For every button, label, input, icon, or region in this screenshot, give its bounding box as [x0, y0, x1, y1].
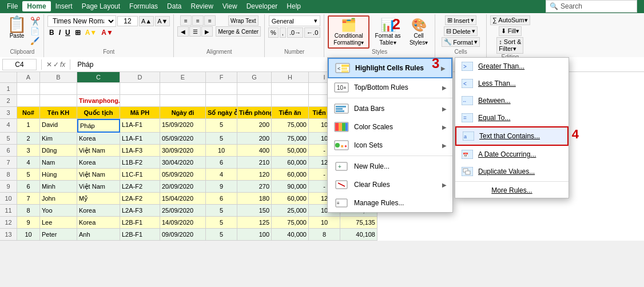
- cell-g5[interactable]: 200: [237, 133, 272, 145]
- cell-h2[interactable]: [272, 95, 309, 107]
- cell-d1[interactable]: [120, 83, 160, 95]
- cell-h11[interactable]: 25,000: [272, 205, 309, 217]
- cell-h4[interactable]: 75,000: [272, 119, 309, 133]
- increase-decimal-button[interactable]: .0→: [287, 27, 303, 38]
- cell-f7[interactable]: 6: [206, 157, 237, 169]
- equal-to-item[interactable]: = Equal To...: [455, 109, 569, 126]
- cell-h5[interactable]: 75,000: [272, 133, 309, 145]
- copy-button[interactable]: 📄: [30, 27, 40, 35]
- view-menu[interactable]: View: [218, 1, 242, 11]
- cell-e5[interactable]: 05/09/2020: [160, 133, 206, 145]
- cell-f5[interactable]: 5: [206, 133, 237, 145]
- cell-a11[interactable]: 8: [17, 205, 40, 217]
- cell-g3[interactable]: Tiền phòng: [237, 107, 272, 119]
- decrease-decimal-button[interactable]: ←.0: [304, 27, 320, 38]
- format-painter-button[interactable]: 🖌️: [30, 37, 40, 45]
- search-box[interactable]: 🔍 Search: [546, 0, 637, 13]
- cell-b12[interactable]: Lee: [40, 217, 77, 229]
- paste-button[interactable]: 📋 Paste: [5, 15, 29, 40]
- cell-i13[interactable]: 8: [309, 229, 340, 241]
- cell-c6[interactable]: Việt Nam: [77, 145, 120, 157]
- cell-h8[interactable]: 60,000: [272, 169, 309, 181]
- conditional-formatting-button[interactable]: 🗂️ ConditionalFormatting▾: [328, 15, 369, 49]
- icon-sets-item[interactable]: ■ ● Icon Sets ▶: [328, 136, 452, 154]
- cell-d8[interactable]: L1C-F1: [120, 169, 160, 181]
- wrap-text-button[interactable]: Wrap Text: [228, 15, 259, 26]
- sort-filter-button[interactable]: ↕ Sort &Filter▾: [496, 37, 523, 54]
- formulas-menu[interactable]: Formulas: [125, 1, 162, 11]
- data-bars-item[interactable]: Data Bars ▶: [328, 99, 452, 118]
- cell-d2[interactable]: [120, 95, 160, 107]
- cell-e10[interactable]: 15/04/2020: [160, 193, 206, 205]
- cell-a5[interactable]: 2: [17, 133, 40, 145]
- cell-h13[interactable]: 40,000: [272, 229, 309, 241]
- merge-center-button[interactable]: Merge & Center: [216, 26, 261, 37]
- cell-g8[interactable]: 120: [237, 169, 272, 181]
- border-button[interactable]: ⊞: [73, 28, 82, 37]
- cell-d10[interactable]: L2A-F2: [120, 193, 160, 205]
- cell-h6[interactable]: 50,000: [272, 145, 309, 157]
- cell-c7[interactable]: Korea: [77, 157, 120, 169]
- cell-d5[interactable]: L1A-F1: [120, 133, 160, 145]
- cell-a2[interactable]: [17, 95, 40, 107]
- greater-than-item[interactable]: > Greater Than...: [455, 58, 569, 75]
- cell-h1[interactable]: [272, 83, 309, 95]
- percent-button[interactable]: %: [268, 27, 279, 38]
- confirm-formula-icon[interactable]: ✓: [53, 61, 59, 69]
- cell-e12[interactable]: 14/09/2020: [160, 217, 206, 229]
- cell-b2[interactable]: [40, 95, 77, 107]
- col-header-e[interactable]: E: [160, 72, 206, 83]
- cell-d9[interactable]: L2A-F2: [120, 181, 160, 193]
- cell-h3[interactable]: Tiền ăn: [272, 107, 309, 119]
- cell-a4[interactable]: 1: [17, 119, 40, 133]
- cell-e3[interactable]: Ngày đi: [160, 107, 206, 119]
- cell-b9[interactable]: Minh: [40, 181, 77, 193]
- cell-d7[interactable]: L1B-F2: [120, 157, 160, 169]
- cell-g7[interactable]: 210: [237, 157, 272, 169]
- align-left-button[interactable]: ◀: [177, 26, 189, 37]
- cell-styles-button[interactable]: 🎨 CellStyles▾: [406, 17, 431, 47]
- cell-h12[interactable]: 75,000: [272, 217, 309, 229]
- insert-button[interactable]: ⊞Insert▾: [445, 15, 476, 25]
- cell-d12[interactable]: L2B-F1: [120, 217, 160, 229]
- cell-d6[interactable]: L1A-F3: [120, 145, 160, 157]
- decrease-font-button[interactable]: A▼: [155, 16, 170, 26]
- cell-g12[interactable]: 125: [237, 217, 272, 229]
- cell-b3[interactable]: Tên KH: [40, 107, 77, 119]
- align-top-center-button[interactable]: ≡: [192, 15, 204, 26]
- cell-e2[interactable]: [160, 95, 206, 107]
- page-layout-menu[interactable]: Page Layout: [77, 1, 125, 11]
- cell-a12[interactable]: 9: [17, 217, 40, 229]
- new-rule-item[interactable]: + New Rule...: [328, 157, 452, 176]
- col-header-h[interactable]: H: [272, 72, 309, 83]
- color-scales-item[interactable]: Color Scales ▶: [328, 118, 452, 136]
- cell-c10[interactable]: Mỹ: [77, 193, 120, 205]
- font-size-input[interactable]: [117, 16, 138, 26]
- cell-b13[interactable]: Peter: [40, 229, 77, 241]
- cell-i12[interactable]: 10: [309, 217, 340, 229]
- cell-e4[interactable]: 15/09/2020: [160, 119, 206, 133]
- col-header-f[interactable]: F: [206, 72, 237, 83]
- cell-f12[interactable]: 5: [206, 217, 237, 229]
- cell-a13[interactable]: 10: [17, 229, 40, 241]
- number-format-select[interactable]: General ▾: [269, 15, 320, 26]
- underline-button[interactable]: U: [63, 28, 72, 37]
- cell-c2-title[interactable]: Tinvanphong.com: [77, 95, 120, 107]
- cell-g9[interactable]: 270: [237, 181, 272, 193]
- cell-c8[interactable]: Việt Nam: [77, 169, 120, 181]
- cell-b4[interactable]: David: [40, 119, 77, 133]
- fill-color-button[interactable]: A▼: [84, 28, 99, 37]
- cell-b7[interactable]: Nam: [40, 157, 77, 169]
- cell-b5[interactable]: Kim: [40, 133, 77, 145]
- cell-f4[interactable]: 5: [206, 119, 237, 133]
- cell-e6[interactable]: 30/09/2020: [160, 145, 206, 157]
- cell-b10[interactable]: John: [40, 193, 77, 205]
- cell-c11[interactable]: Korea: [77, 205, 120, 217]
- align-top-left-button[interactable]: ≡: [180, 15, 192, 26]
- align-center-button[interactable]: ☰: [189, 26, 201, 37]
- cell-reference-input[interactable]: [2, 59, 37, 70]
- increase-font-button[interactable]: A▲: [139, 16, 154, 26]
- italic-button[interactable]: I: [57, 28, 62, 37]
- data-menu[interactable]: Data: [162, 1, 186, 11]
- cell-d4[interactable]: L1A-F1: [120, 119, 160, 133]
